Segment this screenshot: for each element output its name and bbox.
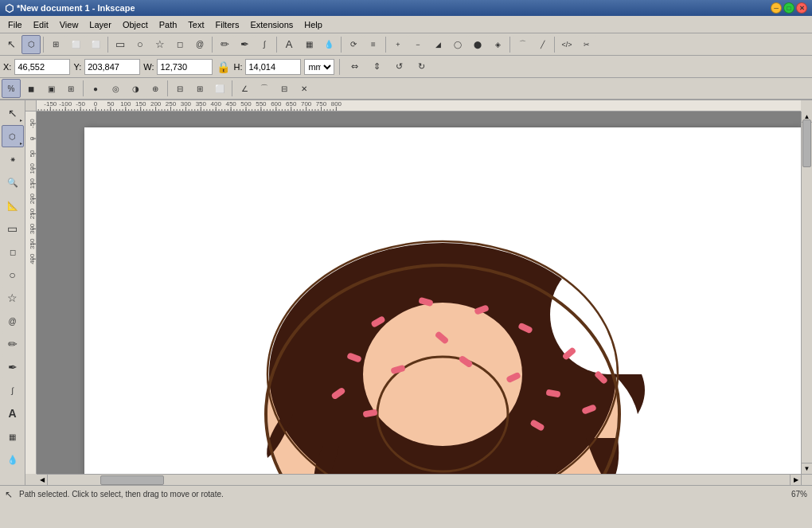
- tool-node[interactable]: ⬡▸: [2, 125, 24, 147]
- status-text: Path selected. Click to select, then dra…: [19, 490, 224, 499]
- minimize-button[interactable]: ─: [771, 2, 782, 14]
- tb-transform[interactable]: ⟳: [344, 35, 363, 54]
- snap-geo[interactable]: ∠: [235, 79, 254, 98]
- tb-pencil[interactable]: ✏: [215, 35, 234, 54]
- tb-pen[interactable]: ✒: [235, 35, 254, 54]
- tb-node-corner[interactable]: ◢: [428, 35, 447, 54]
- horizontal-scrollbar-track[interactable]: ◀ ▶: [37, 474, 801, 485]
- snap-page[interactable]: ⬜: [210, 79, 229, 98]
- menu-layer[interactable]: Layer: [84, 18, 116, 31]
- h-input[interactable]: [245, 59, 301, 75]
- tb-calli[interactable]: ∫: [255, 35, 274, 54]
- ruler-corner: [25, 100, 37, 111]
- tb-text[interactable]: A: [279, 35, 299, 54]
- tb-flip-h[interactable]: ⇔: [345, 57, 364, 76]
- tb-zoom-page[interactable]: ⬜: [66, 35, 85, 54]
- menu-edit[interactable]: Edit: [29, 18, 53, 31]
- w-input[interactable]: [157, 59, 213, 75]
- tb-align[interactable]: ≡: [364, 35, 383, 54]
- vertical-scrollbar-track[interactable]: ▲ ▼: [801, 111, 812, 474]
- tb-rot-90-cw[interactable]: ↻: [412, 57, 431, 76]
- tb-cut-path[interactable]: ✂: [577, 35, 596, 54]
- canvas-container: ▲ ▼ ◀ ▶: [25, 100, 812, 485]
- lock-aspect-button[interactable]: 🔒: [216, 60, 230, 74]
- tb-flip-v[interactable]: ⇕: [367, 57, 386, 76]
- menu-object[interactable]: Object: [118, 18, 153, 31]
- tool-pen[interactable]: ✒: [2, 356, 24, 378]
- snap-node-path[interactable]: ◎: [106, 79, 125, 98]
- tb-3dbox[interactable]: ◻: [170, 35, 189, 54]
- tb-node-sym[interactable]: ⬤: [468, 35, 487, 54]
- frosting-hole: [363, 303, 522, 446]
- tb-segments[interactable]: ⌒: [513, 35, 532, 54]
- title-bar-controls[interactable]: ─ □ ✕: [771, 2, 807, 14]
- tool-text[interactable]: A: [2, 402, 24, 424]
- snap-intersection[interactable]: ✕: [295, 79, 314, 98]
- x-input[interactable]: [14, 59, 70, 75]
- menu-extensions[interactable]: Extensions: [245, 18, 298, 31]
- snap-pixels[interactable]: ⊟: [275, 79, 294, 98]
- scrollbar-h-right[interactable]: ▶: [790, 475, 801, 485]
- tb-selector[interactable]: ↖: [2, 35, 21, 54]
- y-input[interactable]: [84, 59, 140, 75]
- tb-rot-90-ccw[interactable]: ↺: [389, 57, 408, 76]
- menu-text[interactable]: Text: [183, 18, 209, 31]
- tool-star[interactable]: ☆: [2, 287, 24, 309]
- tool-rect[interactable]: ▭: [2, 217, 24, 240]
- close-button[interactable]: ✕: [796, 2, 807, 14]
- tb-eyedropper[interactable]: 💧: [319, 35, 338, 54]
- horizontal-scrollbar-thumb[interactable]: [100, 475, 164, 485]
- vertical-scrollbar-thumb[interactable]: [802, 119, 811, 167]
- status-zoom: 67%: [791, 490, 807, 499]
- tb-node-add[interactable]: +: [388, 35, 408, 54]
- title-bar: ⬡ *New document 1 - Inkscape ─ □ ✕: [0, 0, 812, 16]
- menu-help[interactable]: Help: [299, 18, 327, 31]
- snap-bbox-edge[interactable]: ▣: [41, 79, 61, 98]
- tool-spiral[interactable]: @: [2, 310, 24, 332]
- tool-3dbox[interactable]: ◻: [2, 241, 24, 263]
- main-toolbar-1: ↖ ⬡ ⊞ ⬜ ⬜ ▭ ○ ☆ ◻ @ ✏ ✒ ∫ A ▦ 💧 ⟳ ≡ + − …: [0, 33, 812, 56]
- tool-pencil[interactable]: ✏: [2, 333, 24, 355]
- tb-star[interactable]: ☆: [150, 35, 170, 54]
- tool-calli[interactable]: ∫: [2, 379, 24, 401]
- tb-node-smooth[interactable]: ◯: [448, 35, 467, 54]
- tb-node-auto[interactable]: ◈: [488, 35, 507, 54]
- tool-circle[interactable]: ○: [2, 264, 24, 286]
- tb-circle[interactable]: ○: [131, 35, 150, 54]
- tb-xml[interactable]: </>: [557, 35, 576, 54]
- tool-selector[interactable]: ↖▸: [2, 102, 24, 124]
- snap-grid[interactable]: ⊞: [190, 79, 209, 98]
- snap-midpoints[interactable]: ◑: [126, 79, 145, 98]
- tb-gradient[interactable]: ▦: [299, 35, 318, 54]
- tb-zoom-draw[interactable]: ⬜: [86, 35, 105, 54]
- scrollbar-h-left[interactable]: ◀: [37, 475, 48, 485]
- scrollbar-v-down[interactable]: ▼: [802, 463, 812, 474]
- tool-zoom[interactable]: 🔍: [2, 171, 24, 194]
- tb-node-del[interactable]: −: [408, 35, 427, 54]
- sep5: [341, 37, 342, 53]
- tb-zoom-fit[interactable]: ⊞: [46, 35, 65, 54]
- tool-tweak[interactable]: ⁕: [2, 148, 24, 170]
- snap-smooth[interactable]: ⌒: [255, 79, 274, 98]
- menu-path[interactable]: Path: [154, 18, 182, 31]
- tb-segments2[interactable]: ╱: [533, 35, 552, 54]
- snap-bbox[interactable]: ◼: [21, 79, 41, 98]
- menu-file[interactable]: File: [3, 18, 27, 31]
- snap-nodes[interactable]: ●: [86, 79, 105, 98]
- snap-enable[interactable]: %: [2, 79, 21, 98]
- unit-select[interactable]: mm px pt cm in: [304, 59, 334, 75]
- tool-dropper[interactable]: 💧: [2, 448, 24, 471]
- app-icon: ⬡: [5, 2, 14, 14]
- tb-node[interactable]: ⬡: [21, 35, 41, 54]
- canvas-area[interactable]: [37, 111, 801, 474]
- tb-spiral[interactable]: @: [190, 35, 209, 54]
- tool-gradient[interactable]: ▦: [2, 425, 24, 448]
- snap-centers[interactable]: ⊕: [146, 79, 165, 98]
- snap-guide[interactable]: ⊟: [170, 79, 189, 98]
- menu-filters[interactable]: Filters: [211, 18, 244, 31]
- snap-bbox-mid[interactable]: ⊞: [61, 79, 80, 98]
- tool-measure[interactable]: 📐: [2, 194, 24, 217]
- tb-rect[interactable]: ▭: [111, 35, 130, 54]
- menu-view[interactable]: View: [55, 18, 84, 31]
- maximize-button[interactable]: □: [783, 2, 794, 14]
